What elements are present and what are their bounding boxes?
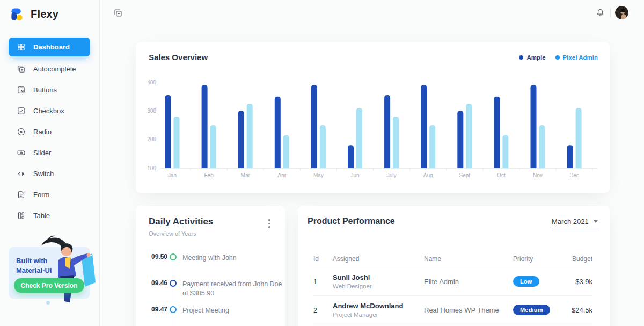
chart-bar bbox=[531, 85, 537, 168]
buttons-icon bbox=[17, 85, 26, 95]
sidebar-item-label: Autocomplete bbox=[33, 65, 76, 73]
check-pro-version-button[interactable]: Check Pro Version bbox=[14, 278, 84, 293]
sidebar-item-checkbox[interactable]: Checkbox bbox=[0, 100, 99, 121]
y-tick-label: 300 bbox=[147, 108, 156, 114]
cell-budget: $3.9k bbox=[567, 278, 592, 286]
timeline-dot-icon bbox=[170, 280, 177, 287]
x-tick-label: Feb bbox=[204, 172, 214, 178]
period-select-value: March 2021 bbox=[552, 218, 589, 226]
pro-version-card: Built with Material-UI Check Pro Version bbox=[9, 247, 90, 299]
timeline-connector bbox=[173, 288, 173, 303]
sidebar-item-label: Dashboard bbox=[33, 43, 70, 51]
radio-icon bbox=[17, 127, 26, 136]
cell-priority: Low bbox=[513, 276, 567, 287]
assigned-role: Web Designer bbox=[333, 283, 424, 289]
sidebar-item-buttons[interactable]: Buttons bbox=[0, 79, 99, 100]
chart-bar bbox=[174, 117, 180, 168]
column-header-id: Id bbox=[313, 255, 333, 263]
assigned-role: Project Manager bbox=[333, 311, 424, 318]
timeline-dot-icon bbox=[170, 253, 177, 260]
grid-icon bbox=[17, 42, 26, 52]
chart-bar bbox=[165, 95, 171, 168]
brand-name: Flexy bbox=[31, 8, 58, 20]
cell-assigned: Andrew McDownlandProject Manager bbox=[333, 302, 424, 318]
timeline-time: 09.46 bbox=[151, 279, 167, 287]
timeline-time: 09.50 bbox=[151, 253, 167, 260]
chart-bar bbox=[238, 111, 244, 168]
chart-bar bbox=[421, 85, 427, 168]
sales-bar-chart: 100200300400JanFebMarAprMayJunJulyAugSep… bbox=[136, 42, 610, 193]
table-body: 1Sunil JoshiWeb DesignerElite AdminLow$3… bbox=[313, 267, 592, 324]
apps-icon[interactable] bbox=[113, 8, 123, 18]
avatar[interactable] bbox=[615, 6, 628, 19]
chart-bar bbox=[348, 145, 354, 168]
flexy-logo-icon bbox=[10, 6, 25, 22]
sidebar-item-slider[interactable]: Slider bbox=[0, 142, 99, 163]
daily-activities-card: Daily Activities Overview of Years 09.50… bbox=[136, 206, 285, 326]
autocomplete-icon bbox=[17, 64, 26, 74]
activity-timeline: 09.50Meeting with John09.46Payment recei… bbox=[136, 206, 285, 326]
column-header-budget: Budget bbox=[567, 255, 592, 263]
chart-bar bbox=[356, 108, 362, 168]
sidebar-item-label: Slider bbox=[33, 149, 51, 157]
timeline-text: Project Meeting bbox=[182, 306, 286, 315]
table-row: 1Sunil JoshiWeb DesignerElite AdminLow$3… bbox=[313, 267, 592, 296]
chart-bar bbox=[320, 125, 326, 168]
timeline-text: Meeting with John bbox=[182, 253, 286, 263]
cell-budget: $24.5k bbox=[567, 306, 592, 314]
bell-icon[interactable] bbox=[595, 8, 605, 18]
product-performance-card: Product Performance March 2021 IdAssigne… bbox=[298, 206, 610, 326]
sidebar-item-label: Radio bbox=[33, 128, 52, 136]
table-row: 2Andrew McDownlandProject ManagerReal Ho… bbox=[313, 296, 592, 324]
chart-bar bbox=[393, 117, 399, 168]
slider-icon bbox=[17, 148, 26, 157]
sidebar-item-label: Switch bbox=[33, 170, 54, 178]
chart-bar bbox=[283, 135, 289, 168]
product-performance-title: Product Performance bbox=[308, 216, 395, 226]
sidebar-item-form[interactable]: Form bbox=[0, 184, 99, 205]
x-tick-label: May bbox=[313, 172, 324, 178]
chart-bar bbox=[539, 125, 545, 168]
column-header-priority: Priority bbox=[513, 255, 567, 263]
period-select[interactable]: March 2021 bbox=[552, 218, 599, 230]
chart-bar bbox=[502, 135, 508, 168]
brand-logo[interactable]: Flexy bbox=[10, 6, 58, 22]
chart-bar bbox=[247, 104, 253, 168]
x-tick-label: July bbox=[387, 172, 397, 178]
priority-badge: Low bbox=[513, 276, 539, 287]
cell-assigned: Sunil JoshiWeb Designer bbox=[333, 273, 424, 289]
table-header: IdAssignedNamePriorityBudget bbox=[313, 251, 592, 267]
chart-bar bbox=[275, 97, 281, 168]
cell-id: 1 bbox=[313, 278, 333, 286]
timeline-connector bbox=[173, 262, 173, 277]
sidebar-item-label: Form bbox=[33, 191, 49, 199]
sidebar-item-autocomplete[interactable]: Autocomplete bbox=[0, 59, 99, 79]
chart-bar bbox=[384, 95, 390, 168]
column-header-assigned: Assigned bbox=[333, 255, 424, 263]
x-tick-label: Jun bbox=[350, 172, 359, 178]
switch-icon bbox=[17, 169, 26, 178]
form-icon bbox=[17, 190, 26, 199]
sidebar-item-label: Buttons bbox=[33, 86, 57, 94]
sidebar-item-radio[interactable]: Radio bbox=[0, 121, 99, 142]
chart-bar bbox=[202, 85, 208, 168]
assigned-name: Sunil Joshi bbox=[333, 273, 424, 281]
sidebar-item-label: Table bbox=[33, 212, 50, 220]
sidebar-item-table[interactable]: Table bbox=[0, 205, 99, 226]
chart-bar bbox=[210, 125, 216, 168]
x-tick-label: Dec bbox=[569, 172, 579, 178]
sidebar-nav: DashboardAutocompleteButtonsCheckboxRadi… bbox=[0, 38, 99, 226]
table-icon bbox=[17, 211, 26, 220]
chart-bar bbox=[576, 108, 582, 168]
timeline-connector bbox=[173, 315, 173, 326]
x-tick-label: Apr bbox=[278, 172, 287, 178]
sidebar-item-switch[interactable]: Switch bbox=[0, 163, 99, 184]
column-header-name: Name bbox=[424, 255, 513, 263]
x-tick-label: Oct bbox=[497, 172, 506, 178]
y-tick-label: 200 bbox=[147, 136, 156, 142]
chart-bar bbox=[457, 111, 463, 168]
priority-badge: Medium bbox=[513, 305, 550, 315]
sidebar-item-dashboard[interactable]: Dashboard bbox=[9, 38, 90, 56]
x-tick-label: Aug bbox=[423, 172, 433, 178]
topbar-divider bbox=[610, 8, 611, 18]
